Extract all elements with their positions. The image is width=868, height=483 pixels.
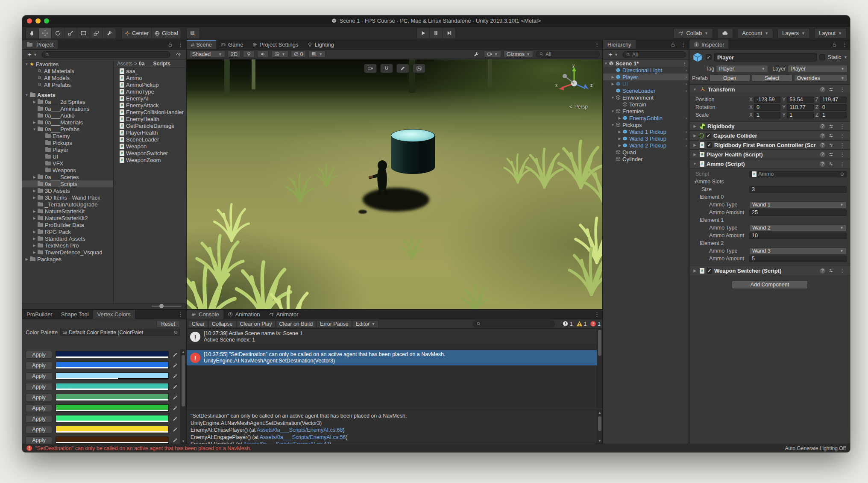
palette-object-field[interactable]: Default Color Palette (ColorPalet ⊙ [60,329,180,336]
asset-item[interactable]: #Weapon [114,143,186,150]
hierarchy-item[interactable]: Terrain [603,101,689,108]
apply-button[interactable]: Apply [26,415,52,423]
tree-item-favorites[interactable]: ▼★Favorites [22,61,113,68]
apply-button[interactable]: Apply [26,436,52,444]
color-swatch[interactable] [56,362,169,369]
panel-menu-icon[interactable]: ⋮ [175,40,186,49]
asset-item[interactable]: #aaa_ [114,68,186,74]
2d-toggle[interactable]: 2D [228,50,240,58]
tab-shape-tool[interactable]: Shape Tool [57,310,93,319]
component-menu-icon[interactable]: ⋮ [837,151,847,158]
component-menu-icon[interactable]: ⋮ [837,86,847,93]
presets-icon[interactable] [828,133,834,138]
asset-item[interactable]: #EnemyCollisionHandler [114,109,186,115]
tab-lighting[interactable]: Lighting [303,40,339,49]
overlay-pencil-button[interactable] [396,64,409,73]
console-scrollbar[interactable] [597,329,602,409]
lock-icon[interactable] [830,40,839,49]
position-x-field[interactable]: -123.59 [754,97,780,103]
help-icon[interactable]: ? [820,142,825,148]
eyedropper-icon[interactable] [172,362,178,369]
rotation-y-field[interactable]: 118.77 [787,104,813,111]
eyedropper-icon[interactable] [172,351,178,359]
presets-icon[interactable] [828,142,834,148]
tree-item[interactable]: ▶RPG Pack [22,228,113,235]
hidden-objects-toggle[interactable]: ∅0 [291,50,306,58]
tree-item[interactable]: _TerrainAutoUpgrade [22,201,113,208]
tree-item[interactable]: ▼0a___Prefabs [22,126,113,133]
tab-animation[interactable]: Animation [223,310,264,319]
hierarchy-item[interactable]: ▶EnemyGoblin› [603,115,689,121]
overlay-camera-button[interactable] [364,64,377,73]
asset-item[interactable]: #EnemyAttack [114,102,186,109]
hierarchy-item[interactable]: ▶Wand 1 Pickup› [603,128,689,135]
help-icon[interactable]: ? [820,152,825,157]
scene-menu-icon[interactable]: ⋮ [683,61,687,66]
scale-tool-button[interactable] [65,28,77,38]
color-swatch[interactable] [56,426,169,433]
tree-item[interactable]: ▶NatureStarterKit2 [22,215,113,221]
eyedropper-icon[interactable] [172,383,178,391]
gameobject-name-field[interactable]: Player [714,53,817,62]
help-icon[interactable]: ? [820,161,825,167]
pause-button[interactable] [430,28,443,38]
help-icon[interactable]: ? [820,133,825,138]
hierarchy-item[interactable]: ▼Pickups [603,121,689,128]
hand-tool-button[interactable] [26,28,39,38]
presets-icon[interactable] [828,161,834,167]
component-enabled-checkbox[interactable]: ✓ [707,268,712,274]
tree-item[interactable]: All Models [22,74,113,81]
console-message[interactable]: ! [10:37:39] Active Scene name is: Scene… [187,329,602,345]
scene-camera-dropdown[interactable]: ▼ [484,50,501,58]
close-button[interactable] [27,18,32,24]
panel-menu-icon[interactable]: ⋮ [175,310,186,319]
component-menu-icon[interactable]: ⋮ [837,123,847,130]
draw-mode-dropdown[interactable]: Shaded▼ [189,50,225,58]
tree-item[interactable]: ▶TextMesh Pro [22,242,113,249]
scene-lighting-toggle[interactable] [243,50,255,58]
hierarchy-item[interactable]: ▶Wand 2 Pickup› [603,142,689,149]
eyedropper-icon[interactable] [172,436,178,444]
hierarchy-item[interactable]: ▼Environment [603,94,689,101]
tree-item[interactable]: ▶0a___2d Sprites [22,98,113,105]
search-by-type-icon[interactable] [173,52,183,58]
asset-item[interactable]: #Ammo [114,74,186,81]
collapse-button[interactable]: Collapse [208,320,236,328]
overlay-panel-button[interactable] [413,64,425,73]
scale-z-field[interactable]: 1 [820,112,847,118]
tag-dropdown[interactable]: Player▼ [716,65,768,72]
ammo-slots-size-field[interactable]: 3 [749,186,847,193]
ammo-component-header[interactable]: ▼# Ammo (Script) ?⋮ [689,159,850,168]
ammo-type-dropdown[interactable]: Wand 2▼ [749,224,847,232]
color-swatch[interactable] [56,415,169,422]
apply-button[interactable]: Apply [26,426,52,433]
ammo-amount-field[interactable]: 25 [749,209,847,216]
object-picker-icon[interactable]: ⊙ [174,330,178,335]
apply-button[interactable]: Apply [26,394,52,401]
asset-item[interactable]: #AmmoPickup [114,81,186,88]
prefab-overrides-dropdown[interactable]: Overrides▼ [794,74,847,82]
help-icon[interactable]: ? [820,87,825,92]
tree-item[interactable]: Enemy [22,133,113,139]
cloud-button[interactable] [717,28,733,38]
tree-item[interactable]: ▶Standard Assets [22,235,113,242]
element-foldout[interactable]: Element 0 [700,194,724,200]
element-foldout[interactable]: Element 2 [700,240,724,246]
tree-item[interactable]: ▶3D Items - Wand Pack [22,194,113,201]
effects-dropdown[interactable]: ▼ [271,50,288,58]
hierarchy-item[interactable]: Quad [603,149,689,156]
tab-vertex-colors[interactable]: Vertex Colors [93,310,135,319]
rotate-tool-button[interactable] [52,28,65,38]
tab-project-settings[interactable]: Project Settings [248,40,303,49]
project-search-input[interactable] [41,51,170,58]
ammo-amount-field[interactable]: 5 [749,256,847,262]
hierarchy-search-input[interactable]: All [622,51,686,58]
scene-viewport[interactable]: y x z <Persp [187,59,602,309]
projection-mode-label[interactable]: <Persp [569,104,588,110]
asset-item[interactable]: #WeaponZoom [114,156,186,163]
rigidbody-component-header[interactable]: ▶ Rigidbody ?⋮ [689,121,850,131]
presets-icon[interactable] [828,124,834,129]
element-foldout[interactable]: Element 1 [700,217,724,223]
eyedropper-icon[interactable] [172,415,178,423]
layer-dropdown[interactable]: Player▼ [787,65,847,72]
